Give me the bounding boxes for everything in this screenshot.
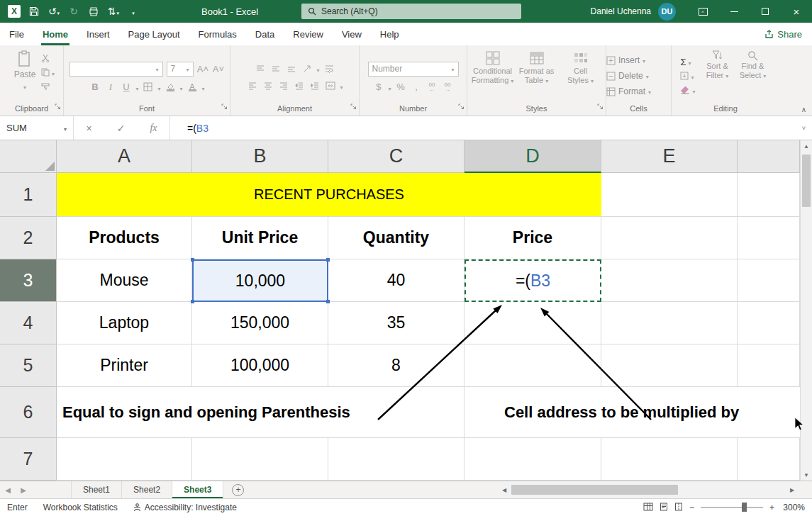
cell-c3[interactable]: 40	[328, 259, 465, 302]
cell-c5[interactable]: 8	[328, 344, 465, 387]
horizontal-scrollbar[interactable]: ◀ ▶	[499, 483, 798, 496]
col-header-a[interactable]: A	[57, 140, 192, 173]
col-header-c[interactable]: C	[328, 140, 465, 173]
cell-b7[interactable]	[192, 438, 328, 481]
font-name-combo[interactable]	[69, 62, 163, 77]
format-painter-button[interactable]	[41, 82, 55, 91]
cut-button[interactable]	[41, 53, 55, 63]
clipboard-dialog-launcher-icon[interactable]	[55, 100, 61, 113]
align-top-button[interactable]	[254, 62, 266, 75]
customize-qat-chevron-icon[interactable]	[125, 2, 142, 21]
share-button[interactable]: Share	[764, 29, 802, 40]
styles-dialog-launcher-icon[interactable]	[597, 100, 604, 113]
row-header-1[interactable]: 1	[0, 173, 57, 217]
shrink-font-button[interactable]: A˅	[213, 62, 225, 75]
sort-filter-button[interactable]: Sort & Filter	[700, 48, 735, 103]
sheet-nav-right-icon[interactable]: ▶	[16, 486, 31, 494]
paste-button[interactable]: Paste	[9, 48, 41, 103]
bold-button[interactable]: B	[89, 81, 101, 94]
align-middle-button[interactable]	[269, 62, 282, 75]
delete-cells-button[interactable]: Delete	[606, 69, 671, 83]
copy-button[interactable]	[41, 67, 55, 77]
row-header-3[interactable]: 3	[0, 259, 57, 302]
clear-button[interactable]	[680, 85, 695, 95]
cell-a1-merged-title[interactable]: RECENT PURCHASES	[57, 173, 601, 217]
cell-d3-editing[interactable]: =(B3	[465, 259, 601, 302]
maximize-button[interactable]	[750, 0, 781, 23]
cell-a4[interactable]: Laptop	[57, 302, 192, 344]
italic-button[interactable]: I	[104, 81, 116, 94]
increase-indent-button[interactable]	[308, 79, 321, 92]
accounting-format-button[interactable]: $	[372, 81, 384, 94]
tab-file[interactable]: File	[0, 23, 33, 45]
align-left-button[interactable]	[246, 79, 258, 92]
font-dialog-launcher-icon[interactable]	[221, 100, 228, 113]
comma-style-button[interactable]: ,	[411, 81, 423, 94]
cell-e4[interactable]	[601, 302, 738, 344]
zoom-slider[interactable]	[701, 507, 763, 508]
name-box[interactable]: SUM	[0, 116, 74, 140]
collapse-ribbon-icon[interactable]: ∧	[801, 106, 806, 113]
row-header-7[interactable]: 7	[0, 438, 57, 481]
increase-decimal-button[interactable]: 00←	[426, 81, 438, 94]
sort-ascending-button[interactable]: ⇅	[105, 2, 122, 21]
align-center-button[interactable]	[262, 79, 274, 92]
grow-font-button[interactable]: A˄	[197, 62, 209, 75]
col-header-e[interactable]: E	[601, 140, 738, 173]
scroll-down-icon[interactable]: ▼	[801, 469, 812, 481]
page-layout-view-button[interactable]	[660, 503, 668, 513]
sheet-tab-sheet3[interactable]: Sheet3	[172, 481, 223, 498]
borders-button[interactable]	[142, 81, 154, 94]
fill-color-button[interactable]	[165, 81, 177, 94]
horizontal-scroll-thumb[interactable]	[511, 485, 678, 495]
cell-c7[interactable]	[328, 438, 465, 481]
tab-home[interactable]: Home	[33, 23, 77, 45]
cell-a2[interactable]: Products	[57, 217, 192, 259]
cell-b3-referenced[interactable]: 10,000	[192, 259, 328, 302]
cell-f7[interactable]	[738, 438, 800, 481]
cell-e2[interactable]	[601, 217, 738, 259]
close-button[interactable]: ×	[781, 0, 812, 23]
orientation-button[interactable]	[301, 62, 313, 75]
tab-review[interactable]: Review	[284, 23, 333, 45]
cell-d2[interactable]: Price	[465, 217, 601, 259]
cell-e1[interactable]	[601, 173, 738, 217]
format-as-table-button[interactable]: Format as Table	[515, 48, 559, 103]
redo-button[interactable]: ↻	[65, 2, 82, 21]
insert-cells-button[interactable]: Insert	[606, 53, 671, 67]
new-sheet-button[interactable]: +	[232, 484, 244, 496]
merge-center-button[interactable]	[324, 79, 336, 92]
cell-b4[interactable]: 150,000	[192, 302, 328, 344]
tab-view[interactable]: View	[333, 23, 371, 45]
vertical-scroll-thumb[interactable]	[802, 155, 811, 207]
col-header-d[interactable]: D	[465, 140, 601, 173]
cell-e7[interactable]	[601, 438, 738, 481]
workbook-statistics-button[interactable]: Workbook Statistics	[43, 503, 118, 512]
format-cells-button[interactable]: Format	[606, 84, 671, 99]
undo-button[interactable]: ↺	[45, 2, 62, 21]
user-avatar[interactable]: DU	[658, 3, 676, 21]
align-bottom-button[interactable]	[285, 62, 297, 75]
conditional-formatting-button[interactable]: Conditional Formatting	[471, 48, 515, 103]
sheet-nav-left-icon[interactable]: ◀	[0, 486, 16, 494]
cell-f5[interactable]	[738, 344, 800, 387]
zoom-slider-thumb[interactable]	[742, 503, 747, 512]
cell-styles-button[interactable]: Cell Styles	[559, 48, 603, 103]
tab-formulas[interactable]: Formulas	[189, 23, 246, 45]
cell-a7[interactable]	[57, 438, 192, 481]
cell-d5[interactable]	[465, 344, 601, 387]
number-dialog-launcher-icon[interactable]	[458, 100, 465, 113]
number-format-combo[interactable]: Number	[368, 62, 459, 77]
cancel-entry-button[interactable]: ×	[86, 123, 91, 134]
search-input[interactable]: Search (Alt+Q)	[301, 4, 521, 19]
confirm-entry-button[interactable]: ✓	[117, 123, 126, 134]
percent-style-button[interactable]: %	[395, 81, 407, 94]
minimize-button[interactable]	[718, 0, 750, 23]
scroll-up-icon[interactable]: ▲	[801, 140, 812, 152]
alignment-dialog-launcher-icon[interactable]	[350, 100, 357, 113]
tab-insert[interactable]: Insert	[77, 23, 119, 45]
cell-a6-annotation[interactable]: Equal to sign and opening Parenthesis	[57, 387, 465, 438]
font-size-combo[interactable]: 7	[167, 62, 194, 77]
cell-a5[interactable]: Printer	[57, 344, 192, 387]
sheet-tab-sheet2[interactable]: Sheet2	[122, 481, 172, 498]
